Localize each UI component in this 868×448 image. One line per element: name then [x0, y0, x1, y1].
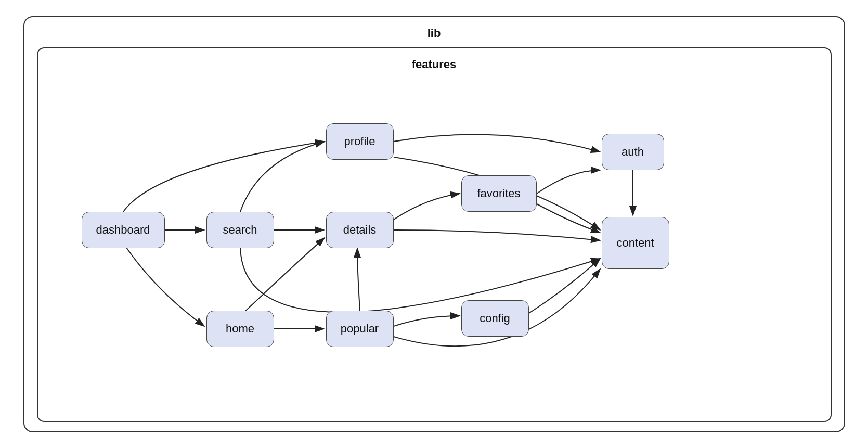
node-content: content: [602, 217, 669, 269]
node-dashboard: dashboard: [82, 212, 165, 248]
node-profile: profile: [326, 123, 394, 160]
node-popular: popular: [326, 311, 394, 347]
node-home: home: [206, 311, 274, 347]
node-details: details: [326, 212, 394, 248]
outer-title: lib: [37, 27, 832, 40]
node-config: config: [461, 300, 529, 337]
node-search: search: [206, 212, 274, 248]
node-auth: auth: [602, 134, 664, 170]
diagram: dashboard search profile details home po…: [50, 71, 818, 415]
inner-title: features: [50, 58, 818, 71]
outer-container: lib features: [23, 16, 845, 432]
node-favorites: favorites: [461, 175, 537, 212]
inner-container: features: [37, 47, 832, 422]
arrows-svg: [50, 71, 818, 415]
